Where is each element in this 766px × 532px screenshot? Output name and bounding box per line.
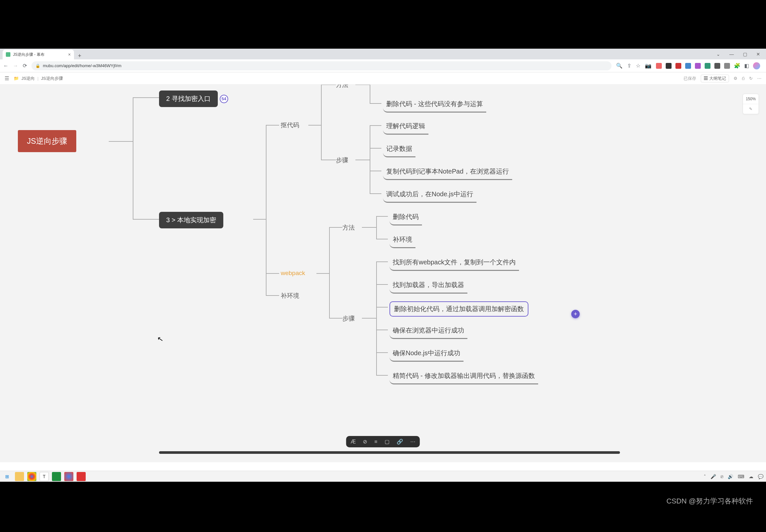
tray-display-icon[interactable]: ⎚ [721,474,723,479]
app-icon[interactable]: ⎙ [742,76,745,81]
extensions-row: 🧩 ◧ [656,62,763,69]
browser-tab[interactable]: JS逆向步骤 - 幕布 × [3,50,74,59]
tray-notifications-icon[interactable]: 💬 [758,474,763,479]
save-status: 已保存 [684,76,696,81]
node-buhuanjing[interactable]: 补环境 [281,292,299,300]
node-buzhou2[interactable]: 步骤 [342,314,355,323]
extension-icon[interactable] [685,63,691,69]
nav-reload-icon[interactable]: ⟳ [23,63,27,69]
share-icon[interactable]: ⇪ [627,63,631,69]
root-label: JS逆向步骤 [27,137,67,145]
app-toolbar: ☰ 📁 JS逆向 | JS逆向步骤 已保存 ☰ 大纲笔记 ⚙ ⎙ ↻ ⋯ [0,72,766,85]
toolbar-text-icon[interactable]: Æ [350,439,356,445]
breadcrumb-doc[interactable]: JS逆向步骤 [41,76,63,81]
app-more-icon[interactable]: ⋯ [757,76,761,81]
nav-forward-icon: → [13,63,18,69]
leaf-node[interactable]: 确保在浏览器中运行成功 [390,324,468,339]
tab-favicon-icon [6,52,10,57]
windows-taskbar: ⊞ T ˄ 🎤 ⎚ 🔊 ⌨ ☁ 💬 [0,471,766,482]
node-webpack[interactable]: webpack [281,270,305,277]
window-close-icon[interactable]: ✕ [756,52,760,57]
menu-hamburger-icon[interactable]: ☰ [5,75,9,81]
extension-icon[interactable] [675,63,681,69]
profile-avatar-icon[interactable] [753,62,760,69]
horizontal-scrollbar[interactable] [159,451,620,454]
tray-volume-icon[interactable]: 🔊 [728,474,733,479]
app-icon[interactable]: ⚙ [734,76,737,81]
window-dropdown-icon[interactable]: ⌄ [716,52,720,57]
toolbar-image-icon[interactable]: ▢ [385,439,390,445]
leaf-node-selected[interactable]: 删除初始化代码，通过加载器调用加解密函数 [390,301,529,317]
url-input[interactable]: 🔒 mubu.com/app/edit/home/-w3M46WYjf#m [31,61,612,70]
folder-icon: 📁 [14,76,19,81]
nav-back-icon[interactable]: ← [3,63,8,69]
camera-icon[interactable]: 📷 [645,63,651,69]
sidepanel-icon[interactable]: ◧ [744,63,749,69]
extension-icon[interactable] [666,63,672,69]
system-tray: ˄ 🎤 ⎚ 🔊 ⌨ ☁ 💬 [704,474,763,479]
outline-mode-button[interactable]: ☰ 大纲笔记 [701,75,729,82]
extension-icon[interactable] [695,63,701,69]
tray-mic-icon[interactable]: 🎤 [711,474,716,479]
zoom-icon[interactable]: 🔍 [616,63,623,69]
taskbar-app-icon[interactable] [64,472,73,481]
mindmap-root[interactable]: JS逆向步骤 [18,130,76,152]
window-maximize-icon[interactable]: ▢ [743,52,747,57]
extensions-puzzle-icon[interactable]: 🧩 [734,63,740,69]
leaf-node[interactable]: 找到加载器，导出加载器 [390,279,468,294]
taskbar-app-icon[interactable] [77,472,86,481]
screen: JS逆向步骤 - 幕布 × + ⌄ — ▢ ✕ ← → ⟳ 🔒 mubu.com… [0,49,766,482]
floating-toolbar: Æ ⊘ ≡ ▢ 🔗 ⋯ [346,436,420,447]
leaf-node[interactable]: 精简代码 - 修改加载器输出调用代码，替换源函数 [390,369,538,384]
taskbar-app-icon[interactable] [52,472,61,481]
mindmap-canvas[interactable]: 150% ✎ [0,85,766,462]
watermark-text: CSDN @努力学习各种软件 [666,496,753,506]
leaf-node[interactable]: 调试成功后，在Node.js中运行 [383,188,477,203]
node-fangfa2[interactable]: 方法 [342,224,355,232]
node-step3[interactable]: 3 > 本地实现加密 [159,212,223,228]
breadcrumb: 📁 JS逆向 | JS逆向步骤 [14,76,63,81]
new-tab-button[interactable]: + [74,53,85,59]
leaf-node[interactable]: 理解代码逻辑 [383,120,429,135]
leaf-node[interactable]: 确保Node.js中运行成功 [390,347,464,362]
node-fangfa-top[interactable]: 方法 [336,85,348,89]
extension-icon[interactable] [714,63,720,69]
bookmark-icon[interactable]: ☆ [636,63,640,69]
start-button[interactable]: ⊞ [3,472,12,481]
browser-addressbar: ← → ⟳ 🔒 mubu.com/app/edit/home/-w3M46WYj… [0,59,766,72]
tray-expand-icon[interactable]: ˄ [704,474,706,479]
toolbar-more-icon[interactable]: ⋯ [410,439,416,445]
leaf-node[interactable]: 找到所有webpack文件，复制到一个文件内 [390,256,519,271]
leaf-node[interactable]: 补环境 [390,233,416,248]
breadcrumb-folder[interactable]: JS逆向 [21,76,35,81]
leaf-node[interactable]: 删除代码 - 这些代码没有参与运算 [383,98,486,113]
tray-ime-icon[interactable]: ⌨ [738,474,744,479]
taskbar-chrome-icon[interactable] [27,472,36,481]
taskbar-app-icon[interactable]: T [40,472,49,481]
node-koudaima[interactable]: 抠代码 [281,121,299,129]
taskbar-explorer-icon[interactable] [15,472,24,481]
extension-icon[interactable] [656,63,662,69]
node-step2[interactable]: 2 寻找加密入口 54 [159,91,218,107]
lock-icon: 🔒 [35,64,40,68]
tab-close-icon[interactable]: × [68,52,71,57]
tray-cloud-icon[interactable]: ☁ [749,474,753,479]
url-text: mubu.com/app/edit/home/-w3M46WYjf#m [43,63,121,68]
toolbar-link-icon[interactable]: 🔗 [397,439,403,445]
leaf-node[interactable]: 记录数据 [383,142,416,157]
window-controls: ⌄ — ▢ ✕ [716,49,766,59]
leaf-node[interactable]: 复制代码到记事本NotePad，在浏览器运行 [383,165,512,180]
window-minimize-icon[interactable]: — [729,52,734,57]
browser-tabbar: JS逆向步骤 - 幕布 × + ⌄ — ▢ ✕ [0,49,766,59]
toolbar-complete-icon[interactable]: ⊘ [363,439,367,445]
toolbar-list-icon[interactable]: ≡ [374,439,377,445]
node-buzhou1[interactable]: 步骤 [336,156,348,164]
app-icon[interactable]: ↻ [749,76,753,81]
breadcrumb-separator: | [37,76,38,81]
leaf-node[interactable]: 删除代码 [390,211,422,225]
extension-icon[interactable] [724,63,730,69]
extension-icon[interactable] [705,63,711,69]
letterbox-bottom: CSDN @努力学习各种软件 [0,482,766,532]
node-count-badge[interactable]: 54 [220,95,228,103]
add-node-button[interactable]: + [571,310,580,318]
